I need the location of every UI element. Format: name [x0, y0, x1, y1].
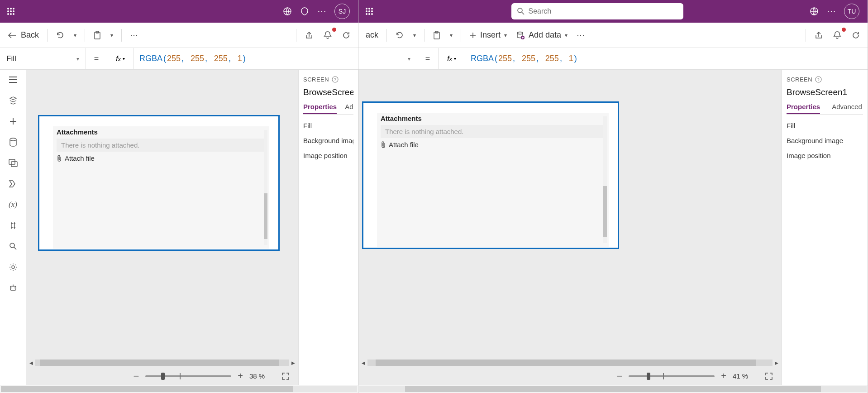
scroll-left-icon[interactable]: ◀: [360, 359, 367, 366]
tab-properties[interactable]: Properties: [303, 103, 337, 114]
paste-chevron[interactable]: ▾: [447, 30, 455, 40]
scroll-right-icon[interactable]: ▶: [290, 359, 296, 366]
fx-button[interactable]: fx▾: [107, 48, 134, 69]
attachments-label: Attachments: [381, 115, 605, 122]
card-scrollbar[interactable]: [603, 116, 607, 243]
attach-file-button[interactable]: Attach file: [381, 141, 419, 149]
user-avatar[interactable]: TU: [844, 4, 859, 19]
properties-panel-left: SCREEN ? BrowseScreen1 Properties Ad Fil…: [298, 70, 358, 385]
property-name: Fill: [6, 54, 16, 63]
search-input[interactable]: [529, 7, 678, 15]
media-icon[interactable]: [8, 158, 19, 168]
refresh-button[interactable]: [849, 29, 863, 42]
app-checker-button[interactable]: [320, 29, 335, 42]
search-icon[interactable]: [8, 241, 19, 252]
globe-icon[interactable]: [810, 7, 819, 16]
zoom-percent: 41 %: [733, 372, 758, 380]
svg-point-33: [517, 32, 523, 34]
paste-chevron[interactable]: ▾: [108, 30, 116, 40]
user-avatar[interactable]: SJ: [334, 4, 350, 19]
svg-point-4: [10, 10, 12, 12]
back-label: Back: [21, 30, 39, 40]
properties-panel-right: SCREEN ? BrowseScreen1 Properties Advanc…: [782, 70, 868, 385]
card-scrollbar[interactable]: [264, 130, 267, 245]
formula-text[interactable]: RGBA(255, 255, 255, 1): [134, 54, 251, 63]
zoom-out-button[interactable]: −: [616, 370, 622, 382]
svg-point-7: [10, 13, 12, 15]
hamburger-icon[interactable]: [8, 74, 19, 85]
prop-row-background-image[interactable]: Background image: [787, 133, 863, 148]
power-automate-icon[interactable]: [8, 178, 19, 189]
tree-view-icon[interactable]: [8, 95, 19, 106]
settings-icon[interactable]: [8, 262, 19, 273]
prop-row-background-image[interactable]: Background image: [303, 133, 353, 148]
undo-button[interactable]: [392, 29, 407, 42]
data-icon[interactable]: [8, 137, 19, 148]
undo-button[interactable]: [53, 29, 67, 42]
search-box[interactable]: [511, 3, 683, 19]
selected-screen-frame[interactable]: Attachments There is nothing attached. A…: [362, 101, 619, 249]
variables-icon[interactable]: (x): [8, 199, 19, 210]
help-icon[interactable]: ?: [332, 76, 339, 83]
back-button-fragment[interactable]: ack: [363, 29, 381, 42]
fit-screen-button[interactable]: [764, 372, 773, 381]
prop-row-image-position[interactable]: Image position: [787, 148, 863, 163]
attach-file-label: Attach file: [65, 154, 95, 162]
app-checker-button[interactable]: [830, 29, 845, 42]
paste-button[interactable]: [91, 29, 104, 42]
fit-screen-button[interactable]: [281, 372, 290, 381]
svg-point-6: [7, 13, 9, 15]
share-button[interactable]: [302, 29, 316, 42]
tab-properties[interactable]: Properties: [787, 103, 820, 114]
svg-text:?: ?: [817, 77, 820, 82]
scroll-left-icon[interactable]: ◀: [28, 359, 34, 366]
attachments-empty-text: There is nothing attached.: [57, 139, 266, 152]
zoom-in-button[interactable]: +: [238, 371, 243, 381]
svg-point-26: [366, 13, 367, 15]
property-dropdown[interactable]: ▾: [358, 48, 417, 69]
top-bar-left: ⋯ SJ: [0, 0, 358, 23]
window-h-scrollbar-left[interactable]: [0, 385, 358, 393]
insert-button[interactable]: Insert ▾: [467, 29, 510, 42]
zoom-in-button[interactable]: +: [721, 371, 726, 381]
overflow-button[interactable]: ⋯: [574, 29, 587, 42]
attach-file-button[interactable]: Attach file: [57, 154, 95, 162]
help-icon[interactable]: ?: [815, 76, 822, 83]
share-button[interactable]: [811, 29, 826, 42]
insert-icon[interactable]: [8, 116, 19, 127]
prop-row-fill[interactable]: Fill: [303, 118, 353, 133]
tab-advanced[interactable]: Ad: [345, 103, 353, 114]
command-bar-right: ack ▾ ▾ Insert ▾ Add data ▾ ⋯: [358, 23, 868, 48]
selected-screen-frame[interactable]: Attachments There is nothing attached. A…: [38, 115, 280, 251]
virtual-agent-icon[interactable]: [8, 283, 19, 293]
scroll-right-icon[interactable]: ▶: [773, 359, 780, 366]
refresh-button[interactable]: [339, 29, 353, 42]
tools-icon[interactable]: [8, 220, 19, 231]
fx-button[interactable]: fx▾: [438, 48, 465, 69]
canvas-h-scrollbar[interactable]: ◀ ▶: [358, 359, 782, 367]
paste-button[interactable]: [430, 29, 444, 42]
window-h-scrollbar-right[interactable]: [358, 385, 868, 393]
prop-row-image-position[interactable]: Image position: [303, 148, 353, 163]
undo-chevron[interactable]: ▾: [71, 30, 79, 40]
svg-point-12: [10, 138, 16, 141]
zoom-slider[interactable]: [145, 375, 231, 377]
canvas-h-scrollbar[interactable]: ◀ ▶: [26, 359, 298, 367]
copilot-icon[interactable]: [300, 7, 309, 16]
zoom-slider[interactable]: [629, 375, 715, 377]
more-icon[interactable]: ⋯: [827, 6, 836, 17]
tab-advanced[interactable]: Advanced: [832, 103, 862, 114]
formula-text[interactable]: RGBA(255, 255, 255, 1): [465, 54, 582, 63]
prop-row-fill[interactable]: Fill: [787, 118, 863, 133]
add-data-button[interactable]: Add data ▾: [513, 29, 570, 42]
app-launcher-icon[interactable]: [4, 4, 18, 19]
overflow-button[interactable]: ⋯: [127, 29, 141, 42]
attach-file-label: Attach file: [389, 141, 419, 149]
back-button[interactable]: Back: [5, 29, 42, 42]
more-icon[interactable]: ⋯: [317, 6, 326, 17]
app-launcher-icon[interactable]: [362, 4, 377, 19]
zoom-out-button[interactable]: −: [133, 370, 139, 382]
globe-icon[interactable]: [283, 7, 292, 16]
undo-chevron[interactable]: ▾: [410, 30, 419, 40]
property-dropdown[interactable]: Fill ▾: [0, 48, 86, 69]
